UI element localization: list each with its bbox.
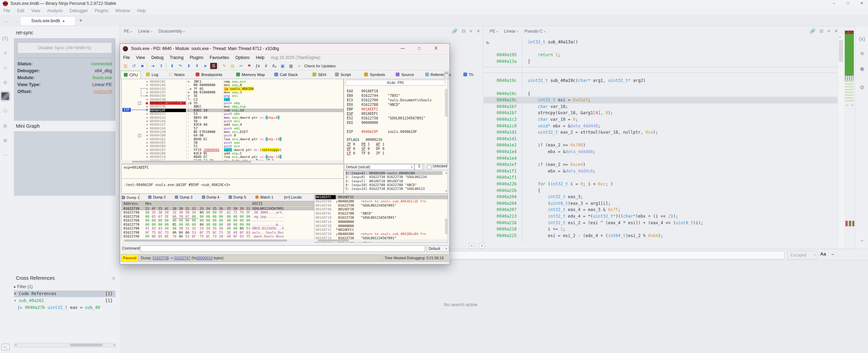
update-icon-label[interactable]: Check for Updates (304, 64, 336, 68)
code-line[interactable]: 0040a204 int32_t eax_3; (484, 194, 837, 200)
pc-icon[interactable]: ▣ (279, 63, 286, 69)
argument-row[interactable]: 4: [esp+10] 01622788 01622788 "ABCD" (345, 183, 442, 187)
hscroll-right-button[interactable]: ▸ (469, 243, 475, 249)
register-edx[interactable]: EDX01622788"ABCD" (347, 102, 400, 107)
code-line[interactable]: 0040a13a} (484, 58, 837, 65)
x32-menu-help[interactable]: Help (253, 54, 268, 61)
minigraph-panel[interactable] (14, 131, 115, 196)
minimap[interactable] (845, 31, 854, 110)
x32-menu-favourites[interactable]: Favourites (206, 54, 232, 61)
disassembly-hscrollbar[interactable] (121, 160, 343, 163)
menu-edit[interactable]: Edit (14, 8, 28, 14)
run-icon[interactable]: ➜ (149, 63, 156, 69)
code-line[interactable]: 0040a1ef if (eax_2 >= 0xce4) (484, 161, 837, 168)
register-eip[interactable]: EIP0040A19Fsouls.0040A19F (347, 129, 417, 134)
menu-plugins[interactable]: Plugins (91, 8, 112, 14)
code-line[interactable]: 0040a19c{ (484, 91, 837, 97)
stack-row[interactable]: 001AEF1400000000 (315, 220, 448, 224)
view-selector-pseudo-c[interactable]: Pseudo C ▾ (524, 29, 545, 34)
dump-hscrollbar[interactable] (121, 239, 314, 242)
graph-icon[interactable]: ⊞ (1, 137, 9, 144)
code-line[interactable]: 0040a19cuint32_t sub_40a19c(char* arg1, … (484, 77, 837, 84)
code-line[interactable]: 0040a225 esi = esi_2 - (edx_4 + (int64_t… (484, 233, 837, 239)
x32dbg-minimize-button[interactable]: — (397, 46, 408, 51)
code-line[interactable]: 0040a213 int32_t edx_4 = *(uint32_t*)((c… (484, 213, 837, 220)
dump-tab-dump5[interactable]: Dump 5 (229, 194, 246, 201)
code-line[interactable]: 0040a1d1 uint32_t eax_2 = strtoul(&var_1… (484, 129, 837, 136)
code-line[interactable]: 0040a207 int32_t eax_4 = eax_3 & 0x7f; (484, 207, 837, 213)
x32-tab-symbols[interactable]: Symbols (361, 71, 388, 78)
xref-filter[interactable]: ▸ Filter (1) (14, 284, 115, 290)
stack-row[interactable]: 001AEF0401622738"SOUL001234567891" (315, 203, 448, 208)
x32-tab-notes[interactable]: Notes (166, 71, 187, 78)
tab-souls-exe-bndb[interactable]: Souls.exe.bndb● (20, 16, 76, 26)
args-scroll-up-icon[interactable]: ▲ (445, 171, 447, 174)
menu-icon[interactable]: ≡ (470, 28, 476, 34)
dump-row[interactable]: 016227580065672E6A7067000000000000000000… (122, 215, 315, 219)
open-folder-icon[interactable]: ▥ (122, 63, 129, 69)
view-selector-pe[interactable]: PE ▾ (490, 29, 498, 34)
dump-row[interactable]: 016227986F756C730A0A0A536F756C732E446F63… (122, 230, 315, 235)
x32dbg-window[interactable]: Souls.exe - PID: 6640 - Module: souls.ex… (120, 43, 450, 264)
argument-row[interactable]: 2: [esp+8] 01622738 01622738 "SOUL001234 (345, 175, 442, 179)
x32-tab-th[interactable]: Th (461, 71, 476, 78)
x32-menu-view[interactable]: View (133, 54, 148, 61)
dump-view[interactable]: Address Hex ASCII 01622738534F554C303031… (121, 201, 315, 240)
dump-row[interactable]: 01622738534F554C303031323334353637383931… (122, 207, 315, 211)
view-selector-pe[interactable]: PE ▾ (124, 29, 132, 34)
stack-row[interactable]: 001AEF0C01622788"ABCD" (315, 211, 448, 216)
seh-icon[interactable]: S (210, 63, 217, 69)
register-eax[interactable]: EAX001AEF18 (347, 89, 388, 93)
close-button[interactable]: ✕ (857, 1, 867, 6)
link-icon[interactable]: 🔗 (452, 28, 462, 34)
stack-row[interactable]: 001AEF20┌0040A38Areturn to souls.sub_40A… (315, 232, 448, 236)
pencil-icon[interactable]: ✎ (221, 63, 228, 69)
split-icon[interactable]: ⊟ (462, 28, 470, 34)
function-refresh-icon[interactable]: ↻ (486, 40, 489, 45)
x32-tab-script[interactable]: Script (332, 71, 353, 78)
dump-tab-dump2[interactable]: Dump 2 (148, 194, 166, 201)
x32-tab-call-stack[interactable]: Call Stack (272, 71, 301, 78)
view-selector-linear[interactable]: Linear ▾ (504, 29, 518, 34)
new-tab-button[interactable]: + (79, 17, 82, 24)
menu-analysis[interactable]: Analysis (44, 8, 66, 14)
code-line[interactable]: 0040a1d1 (484, 136, 837, 142)
code-line[interactable]: 0040a22b for (int32_t i = 0; i < 0xc; ) (484, 181, 837, 187)
bug-icon[interactable]: ⬡ (1, 107, 9, 115)
hscroll-left-button[interactable]: ◂ (479, 243, 484, 249)
assistant-icon[interactable]: ◉ (858, 65, 867, 73)
x32-tab-log[interactable]: Log (143, 71, 161, 78)
patch-icon[interactable]: ✂ (238, 63, 244, 69)
xref-group-row[interactable]: ▾ Code References {1} (14, 291, 115, 297)
escaped-dropdown[interactable]: Escaped▾ (787, 251, 818, 259)
dump-tab-watch1[interactable]: Watch 1 (255, 194, 273, 201)
code-line[interactable]: 0040a218 i += 1; (484, 226, 837, 233)
bracket-icon[interactable]: ⌣ (858, 236, 867, 244)
x32-menu-options[interactable]: Options (232, 54, 252, 61)
avatar[interactable] (1, 92, 9, 100)
panel-splitter[interactable]: ······ (59, 271, 69, 274)
whitespace-toggle[interactable]: ⌣ (831, 251, 834, 257)
plugin-graph-icon[interactable]: ⚙ (858, 83, 867, 92)
code-line[interactable]: 0040a1e2 if (eax_2 >= 0x708) (484, 142, 837, 149)
register-esp[interactable]: ESP001AEEFC (347, 111, 388, 116)
types-icon[interactable]: {T} (1, 35, 9, 42)
forward-icon[interactable]: → (13, 18, 18, 24)
dump-tab-xlocals[interactable]: [x=] Locals (284, 194, 302, 201)
run-user-icon[interactable]: ➤ (202, 63, 209, 69)
x32-tab-references[interactable]: References (422, 71, 454, 78)
x32-tab-seh[interactable]: SEH (310, 71, 329, 78)
registers-view[interactable]: Hide FPU EAX001AEF18EBX01622744"7891"ECX… (344, 79, 448, 164)
code-line[interactable]: 0040a216 int32_t esi_2 = (esi ^ (eax_4 *… (484, 220, 837, 226)
code-line[interactable]: 0040a1c9 void* ebx = &data_4dd448; (484, 123, 837, 129)
code-line[interactable]: 0040a1e4 (484, 155, 837, 162)
argument-row[interactable]: 5: [esp+14] 01622738 01622738 "SOUL00123 (345, 187, 442, 191)
x32-menu-tracing[interactable]: Tracing (167, 54, 187, 61)
run-trace-icon[interactable]: ⬆ (185, 63, 192, 69)
dump-row[interactable]: 0162274800353020323030340A00005F6172745F… (122, 210, 315, 215)
dump-row[interactable]: 0162277800000000010000000400000040000000… (122, 222, 315, 227)
numbers-icon[interactable]: # (1, 49, 9, 57)
xref-function-row[interactable]: ▾ sub_40a262 {1} (14, 297, 115, 304)
update-icon[interactable]: ⌕ (296, 63, 303, 69)
stack-view[interactable]: 001AEEFC001AEF1C001AEF00┌0040A280return … (314, 194, 448, 243)
